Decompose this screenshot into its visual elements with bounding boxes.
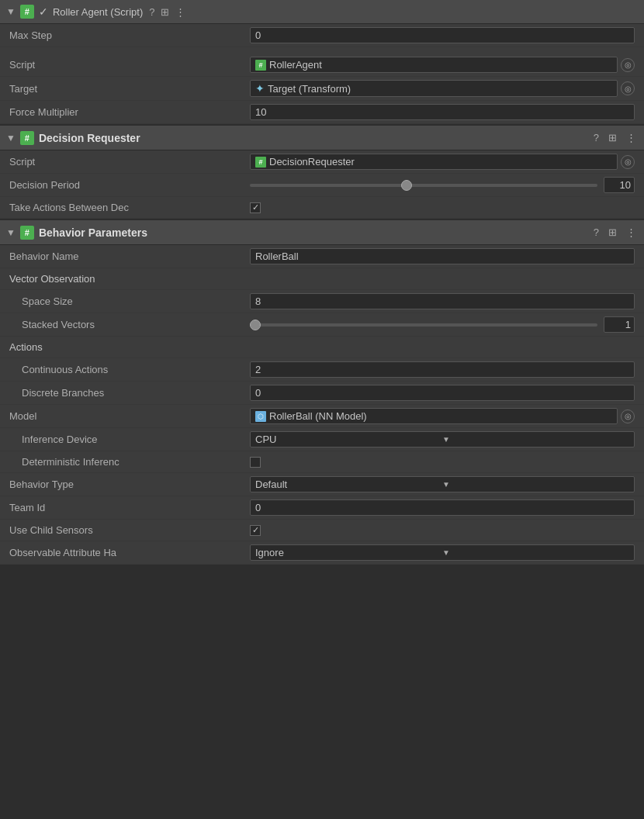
decision-period-track[interactable]	[250, 184, 597, 187]
take-actions-row: Take Actions Between Dec ✓	[0, 197, 644, 219]
decision-requester-chevron[interactable]: ▼	[6, 133, 16, 143]
model-name: RollerBall (NN Model)	[269, 410, 367, 422]
deterministic-inference-checkbox[interactable]	[250, 457, 261, 468]
behavior-type-dropdown[interactable]: Default ▼	[250, 476, 635, 492]
space-size-value: 8	[250, 293, 635, 309]
target-row: Target ✦ Target (Transform) ◎	[0, 77, 644, 101]
decision-requester-sliders-icon[interactable]: ⊞	[607, 130, 618, 145]
space-size-row: Space Size 8	[0, 290, 644, 313]
discrete-branches-row: Discrete Branches 0	[0, 382, 644, 405]
observable-attribute-dropdown[interactable]: Ignore ▼	[250, 544, 635, 561]
inference-device-option: CPU	[255, 434, 442, 445]
behavior-parameters-help-icon[interactable]: ?	[592, 225, 601, 240]
observable-attribute-row: Observable Attribute Ha Ignore ▼	[0, 541, 644, 565]
model-field: ⬡ RollerBall (NN Model)	[250, 408, 618, 424]
space-size-label: Space Size	[9, 295, 250, 307]
use-child-sensors-value: ✓	[250, 525, 635, 536]
stacked-vectors-row: Stacked Vectors 1	[0, 313, 644, 337]
stacked-vectors-label: Stacked Vectors	[9, 319, 250, 330]
observable-attribute-value: Ignore ▼	[250, 544, 635, 561]
team-id-row: Team Id 0	[0, 496, 644, 520]
roller-agent-script-icon: #	[255, 60, 266, 71]
deterministic-inference-row: Deterministic Inferenc	[0, 451, 644, 473]
behavior-type-label: Behavior Type	[9, 479, 250, 490]
stacked-vectors-track[interactable]	[250, 323, 597, 327]
continuous-actions-row: Continuous Actions 2	[0, 358, 644, 382]
roller-agent-title: Roller Agent (Script)	[53, 6, 143, 18]
decision-requester-hash-icon: #	[20, 131, 34, 145]
team-id-field[interactable]: 0	[250, 499, 635, 516]
model-pick-btn[interactable]: ◎	[621, 410, 635, 423]
roller-agent-script-pick-btn[interactable]: ◎	[621, 58, 635, 72]
dr-script-value: # DecisionRequester ◎	[250, 154, 635, 170]
observable-attribute-label: Observable Attribute Ha	[9, 547, 250, 558]
target-pick-btn[interactable]: ◎	[621, 81, 635, 95]
inference-device-arrow: ▼	[442, 435, 629, 444]
use-child-sensors-row: Use Child Sensors ✓	[0, 520, 644, 541]
decision-requester-panel: ▼ # Decision Requester ? ⊞ ⋮ Script # De…	[0, 126, 644, 219]
roller-agent-script-label: Script	[9, 59, 250, 71]
behavior-parameters-sliders-icon[interactable]: ⊞	[607, 225, 618, 240]
behavior-name-row: Behavior Name RollerBall	[0, 245, 644, 268]
observable-attribute-arrow: ▼	[442, 548, 629, 557]
inference-device-dropdown[interactable]: CPU ▼	[250, 431, 635, 448]
vector-observation-label: Vector Observation	[9, 273, 250, 285]
decision-requester-header: ▼ # Decision Requester ? ⊞ ⋮	[0, 126, 644, 150]
space-size-field[interactable]: 8	[250, 293, 635, 309]
decision-period-thumb[interactable]	[401, 180, 412, 191]
behavior-name-value: RollerBall	[250, 248, 635, 264]
take-actions-value: ✓	[250, 202, 635, 213]
max-step-value: 0	[250, 27, 635, 43]
discrete-branches-label: Discrete Branches	[9, 387, 250, 399]
continuous-actions-label: Continuous Actions	[9, 364, 250, 375]
target-value: ✦ Target (Transform) ◎	[250, 80, 635, 97]
roller-agent-divider	[0, 47, 644, 54]
model-label: Model	[9, 410, 250, 422]
roller-agent-panel: ▼ # ✓ Roller Agent (Script) ? ⊞ ⋮ Max St…	[0, 0, 644, 124]
stacked-vectors-field[interactable]: 1	[604, 316, 635, 333]
behavior-type-option: Default	[255, 479, 442, 490]
behavior-parameters-panel: ▼ # Behavior Parameters ? ⊞ ⋮ Behavior N…	[0, 220, 644, 565]
decision-period-value: 10	[250, 177, 635, 193]
continuous-actions-field[interactable]: 2	[250, 361, 635, 378]
use-child-sensors-checkbox[interactable]: ✓	[250, 525, 261, 536]
inference-device-row: Inference Device CPU ▼	[0, 428, 644, 451]
behavior-type-value: Default ▼	[250, 476, 635, 492]
max-step-field[interactable]: 0	[250, 27, 635, 43]
force-multiplier-label: Force Multiplier	[9, 106, 250, 118]
roller-agent-help-icon[interactable]: ?	[147, 5, 156, 19]
force-multiplier-value: 10	[250, 104, 635, 120]
decision-requester-header-icons: ? ⊞ ⋮	[592, 130, 638, 145]
stacked-vectors-value: 1	[250, 316, 635, 333]
decision-requester-menu-icon[interactable]: ⋮	[625, 130, 638, 145]
inference-device-value: CPU ▼	[250, 431, 635, 448]
behavior-parameters-chevron[interactable]: ▼	[6, 227, 16, 238]
stacked-vectors-thumb[interactable]	[250, 320, 261, 330]
decision-requester-help-icon[interactable]: ?	[592, 130, 601, 145]
vector-observation-row: Vector Observation	[0, 268, 644, 290]
target-field: ✦ Target (Transform)	[250, 80, 618, 97]
behavior-name-field[interactable]: RollerBall	[250, 248, 635, 264]
behavior-parameters-title: Behavior Parameters	[39, 226, 587, 239]
behavior-parameters-header-icons: ? ⊞ ⋮	[592, 225, 638, 240]
max-step-label: Max Step	[9, 29, 250, 41]
roller-agent-script-field: # RollerAgent	[250, 57, 618, 73]
model-row: Model ⬡ RollerBall (NN Model) ◎	[0, 405, 644, 428]
roller-agent-sliders-icon[interactable]: ⊞	[159, 5, 171, 19]
behavior-parameters-menu-icon[interactable]: ⋮	[625, 225, 638, 240]
force-multiplier-field[interactable]: 10	[250, 104, 635, 120]
roller-agent-check-icon: ✓	[39, 5, 48, 18]
decision-period-field[interactable]: 10	[604, 177, 635, 193]
discrete-branches-field[interactable]: 0	[250, 385, 635, 401]
dr-script-pick-btn[interactable]: ◎	[621, 155, 635, 169]
deterministic-inference-label: Deterministic Inferenc	[9, 456, 250, 468]
decision-period-label: Decision Period	[9, 179, 250, 191]
inference-device-label: Inference Device	[9, 434, 250, 445]
roller-agent-menu-icon[interactable]: ⋮	[174, 5, 187, 19]
use-child-sensors-label: Use Child Sensors	[9, 524, 250, 536]
roller-agent-chevron[interactable]: ▼	[6, 6, 16, 17]
deterministic-inference-value	[250, 457, 635, 468]
target-transform-icon: ✦	[255, 82, 265, 95]
target-name: Target (Transform)	[268, 83, 351, 95]
take-actions-checkbox[interactable]: ✓	[250, 202, 261, 213]
